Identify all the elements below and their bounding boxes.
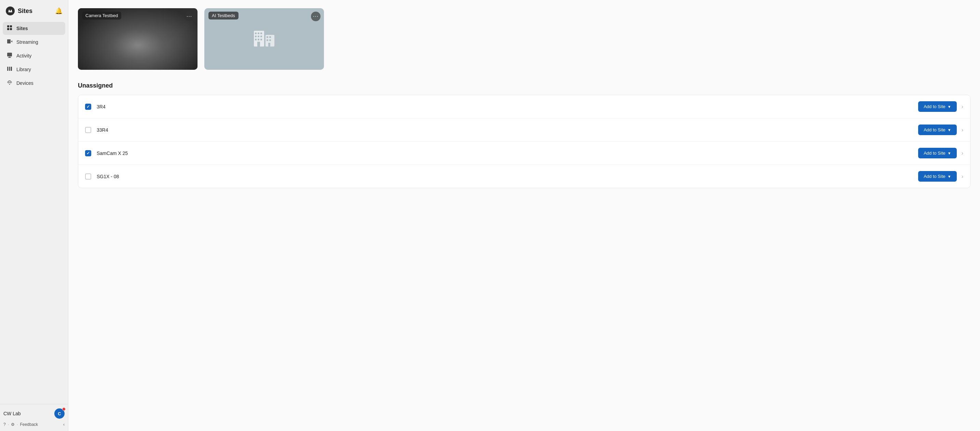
avatar-initial: C [58,411,61,416]
svg-rect-20 [255,35,257,37]
svg-rect-17 [255,32,257,34]
svg-rect-31 [269,39,271,41]
feedback-link[interactable]: Feedback [20,422,38,427]
site-cards-container: Camera Testbed ··· AI Testbeds ··· [78,8,970,70]
user-avatar[interactable]: C [54,409,65,419]
footer-dot-2: · [17,422,18,427]
svg-point-0 [6,6,15,15]
activity-label: Activity [16,53,32,59]
site-card-ai-testbeds[interactable]: AI Testbeds ··· [204,8,324,70]
sidebar-item-activity[interactable]: Activity [3,49,65,62]
svg-rect-4 [10,25,12,27]
device-actions-sg1x: Add to Site ▼ › [918,171,963,182]
app-title: Sites [18,8,32,15]
svg-marker-8 [11,40,12,42]
sites-icon [6,25,13,32]
add-to-site-button-33r4[interactable]: Add to Site ▼ [918,125,957,135]
button-dropdown-icon: ▼ [948,128,951,132]
svg-rect-29 [269,36,271,38]
building-icon [253,27,275,51]
user-row: CW Lab C [3,409,65,419]
sites-label: Sites [16,26,28,31]
devices-icon [6,80,13,86]
device-checkbox-33r4[interactable] [85,127,91,133]
svg-rect-14 [11,67,12,71]
svg-rect-9 [7,53,12,56]
row-chevron-samcam[interactable]: › [961,150,963,156]
sidebar-item-sites[interactable]: Sites [3,22,65,35]
bell-icon[interactable]: 🔔 [55,7,62,15]
device-actions-samcam: Add to Site ▼ › [918,148,963,158]
svg-rect-19 [260,32,262,34]
library-label: Library [16,67,31,72]
device-name-samcam: SamCam X 25 [97,150,918,156]
svg-rect-3 [7,25,9,27]
card-camera-menu[interactable]: ··· [185,12,194,21]
notification-badge [62,407,65,411]
svg-rect-25 [260,39,262,40]
sidebar-logo-title: Sites [5,6,32,16]
svg-rect-32 [268,43,270,46]
svg-point-15 [9,84,10,85]
sidebar-item-library[interactable]: Library [3,63,65,76]
sidebar-item-streaming[interactable]: Streaming [3,35,65,49]
add-to-site-button-3r4[interactable]: Add to Site ▼ [918,101,957,112]
svg-rect-23 [255,39,257,40]
device-row: 33R4 Add to Site ▼ › [78,118,970,142]
row-chevron-3r4[interactable]: › [961,104,963,110]
settings-icon[interactable]: ⚙ [11,422,15,427]
device-name-sg1x: SG1X - 08 [97,174,918,179]
device-checkbox-3r4[interactable] [85,104,91,110]
device-row: SG1X - 08 Add to Site ▼ › [78,165,970,188]
collapse-icon[interactable]: ‹ [63,422,65,427]
device-name-33r4: 33R4 [97,127,918,133]
svg-rect-24 [258,39,259,40]
device-checkbox-samcam[interactable] [85,150,91,156]
svg-rect-5 [7,28,9,30]
row-chevron-sg1x[interactable]: › [961,173,963,180]
help-icon[interactable]: ? [3,422,6,427]
device-row: 3R4 Add to Site ▼ › [78,95,970,118]
row-chevron-33r4[interactable]: › [961,127,963,133]
svg-rect-11 [8,57,11,58]
card-ai-menu[interactable]: ··· [311,12,320,21]
device-actions-3r4: Add to Site ▼ › [918,101,963,112]
svg-rect-6 [10,28,12,30]
unassigned-section: Unassigned 3R4 Add to Site ▼ › 33R4 [78,82,970,188]
activity-icon [6,52,13,59]
button-dropdown-icon: ▼ [948,105,951,109]
svg-rect-22 [260,35,262,37]
svg-point-1 [9,10,10,11]
sidebar: Sites 🔔 Sites Streaming Activity [0,0,68,431]
svg-rect-13 [9,67,10,71]
svg-rect-12 [7,67,8,71]
device-list: 3R4 Add to Site ▼ › 33R4 Add to Site ▼ [78,95,970,188]
streaming-icon [6,39,13,45]
card-camera-label: Camera Testbed [82,12,121,19]
svg-rect-7 [7,39,11,43]
device-checkbox-sg1x[interactable] [85,173,91,180]
user-name: CW Lab [3,411,21,416]
footer-dot-1: · [8,422,9,427]
svg-rect-21 [258,35,259,37]
sidebar-footer: CW Lab C ? · ⚙ · Feedback ‹ [0,404,68,431]
devices-label: Devices [16,80,33,86]
main-content: Camera Testbed ··· AI Testbeds ··· [68,0,980,431]
button-dropdown-icon: ▼ [948,151,951,155]
add-to-site-button-sg1x[interactable]: Add to Site ▼ [918,171,957,182]
footer-links: ? · ⚙ · Feedback ‹ [3,422,65,427]
add-to-site-button-samcam[interactable]: Add to Site ▼ [918,148,957,158]
sidebar-item-devices[interactable]: Devices [3,77,65,89]
site-card-camera-testbed[interactable]: Camera Testbed ··· [78,8,197,70]
svg-rect-26 [257,42,260,46]
library-icon [6,66,13,73]
svg-point-2 [11,10,12,11]
unassigned-title: Unassigned [78,82,970,89]
sidebar-nav: Sites Streaming Activity Library Devices [0,21,68,404]
svg-rect-28 [267,36,268,38]
app-logo-icon [5,6,15,16]
device-name-3r4: 3R4 [97,104,918,109]
button-dropdown-icon: ▼ [948,174,951,179]
svg-rect-30 [267,39,268,41]
streaming-label: Streaming [16,39,38,45]
